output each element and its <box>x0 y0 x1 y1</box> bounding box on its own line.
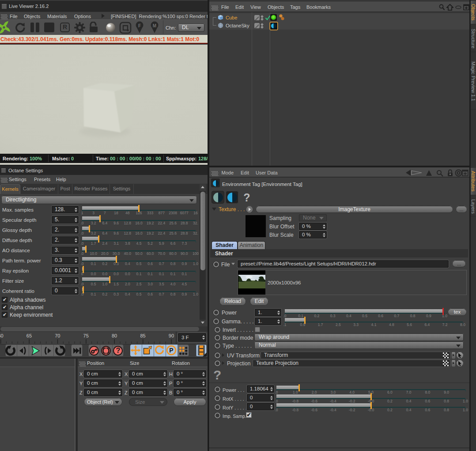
svg-text:P: P <box>169 347 173 354</box>
svg-text:M: M <box>153 23 156 28</box>
svg-text:70: 70 <box>55 333 60 338</box>
svg-text:F: F <box>138 23 141 28</box>
svg-text:80: 80 <box>112 333 117 338</box>
svg-text:85: 85 <box>140 333 145 338</box>
svg-text:60: 60 <box>0 333 4 338</box>
svg-text:65: 65 <box>26 333 32 338</box>
svg-text:75: 75 <box>83 333 89 338</box>
svg-text:90: 90 <box>169 333 174 338</box>
